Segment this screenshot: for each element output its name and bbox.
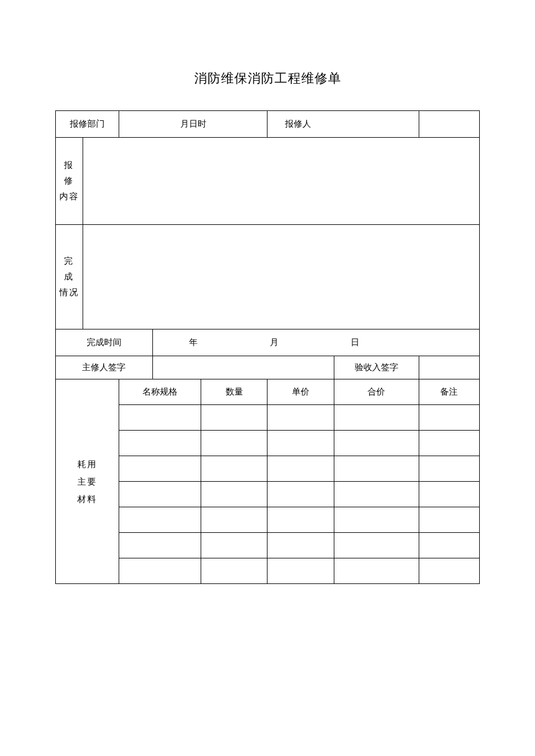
material-total-price [334,456,419,482]
material-qty [201,507,268,533]
repair-form-table: 报修部门 月日时 报修人 报 修 内容 完 成 情况 完成时间 [55,110,480,584]
material-unit-price [268,456,334,482]
material-total-price [334,431,419,456]
material-remark [419,431,479,456]
complete-time-value: 年 月 日 [152,329,479,356]
material-remark [419,456,479,482]
material-unit-price [268,405,334,431]
material-qty [201,533,268,558]
material-total-price [334,533,419,558]
material-qty [201,405,268,431]
material-unit-price [268,482,334,507]
material-total-price [334,558,419,584]
completion-label: 完 成 情况 [56,225,83,329]
complete-time-label: 完成时间 [56,329,153,356]
material-spec [119,431,201,456]
materials-header-total-price: 合价 [334,379,419,405]
material-unit-price [268,507,334,533]
material-remark [419,482,479,507]
material-remark [419,507,479,533]
material-qty [201,431,268,456]
completion-value [83,225,479,329]
material-total-price [334,507,419,533]
material-spec [119,533,201,558]
material-qty [201,482,268,507]
material-spec [119,456,201,482]
repairer-sig-label: 主修人签字 [56,356,153,379]
material-spec [119,482,201,507]
materials-side-label: 耗用 主要 材料 [56,379,119,584]
material-remark [419,558,479,584]
material-spec [119,405,201,431]
inspector-sig-value [419,356,479,379]
repairer-sig-value [152,356,334,379]
material-unit-price [268,558,334,584]
material-remark [419,405,479,431]
page-title: 消防维保消防工程维修单 [55,70,480,87]
reporter-value [419,111,479,138]
material-total-price [334,482,419,507]
materials-header-spec: 名称规格 [119,379,201,405]
dept-label: 报修部门 [56,111,119,138]
material-total-price [334,405,419,431]
material-spec [119,507,201,533]
inspector-sig-label: 验收入签字 [334,356,419,379]
content-label: 报 修 内容 [56,138,83,225]
material-remark [419,533,479,558]
material-spec [119,558,201,584]
material-qty [201,558,268,584]
content-value [83,138,479,225]
material-unit-price [268,533,334,558]
dept-value: 月日时 [119,111,268,138]
reporter-label: 报修人 [268,111,419,138]
materials-header-remark: 备注 [419,379,479,405]
material-qty [201,456,268,482]
materials-header-unit-price: 单价 [268,379,334,405]
materials-header-qty: 数量 [201,379,268,405]
material-unit-price [268,431,334,456]
